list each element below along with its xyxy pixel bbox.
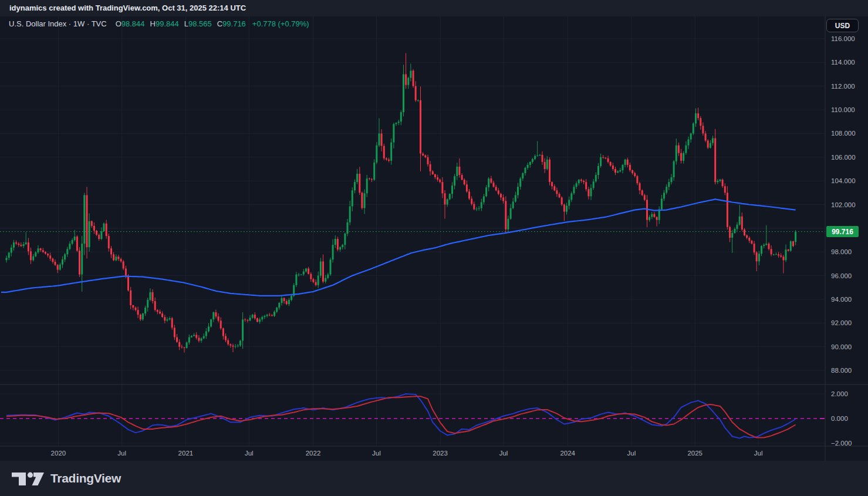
attribution-bar: idynamics created with TradingView.com, … [0,0,868,16]
tradingview-logo-icon [11,469,45,488]
last-price-badge: 99.716 [826,226,859,237]
time-tick: Jul [372,450,381,457]
ohlc-open: O98.844 [116,19,145,28]
price-tick: 106.000 [831,154,856,161]
ohlc-close: C99.716 [217,19,246,28]
price-tick: 90.000 [831,343,852,350]
price-tick: 116.000 [831,35,855,42]
currency-button[interactable]: USD [826,19,859,32]
chart-legend: U.S. Dollar Index · 1W · TVC O98.844 H99… [9,19,309,28]
time-tick: Jul [499,450,508,457]
price-tick: 114.000 [831,59,855,66]
time-tick: 2024 [560,450,575,457]
chart-pane[interactable]: 116.000114.000112.000110.000108.000106.0… [0,0,868,496]
price-tick: 88.000 [831,367,852,374]
price-tick: 94.000 [831,296,852,303]
price-change: +0.778 (+0.79%) [252,19,309,28]
symbol-title[interactable]: U.S. Dollar Index · 1W · TVC [9,19,107,28]
price-tick: 104.000 [831,177,856,184]
time-tick: 2022 [306,450,321,457]
time-tick: Jul [245,450,254,457]
oscillator-tick: 2.000 [831,390,848,397]
time-tick: Jul [117,450,126,457]
ohlc-low: L98.565 [184,19,212,28]
oscillator-tick: 0.000 [831,415,848,422]
time-tick: 2020 [51,450,66,457]
tradingview-logo[interactable]: TradingView [11,469,121,488]
time-tick: 2023 [433,450,448,457]
price-tick: 92.000 [831,319,852,326]
footer-bar: TradingView [0,461,868,496]
candles [6,53,797,353]
price-tick: 102.000 [831,201,856,208]
attribution-text: idynamics created with TradingView.com, … [9,4,246,12]
oscillator-fast-line [6,394,796,438]
time-tick: 2025 [687,450,702,457]
price-tick: 110.000 [831,106,855,113]
time-tick: Jul [627,450,636,457]
price-tick: 96.000 [831,272,852,279]
price-tick: 98.000 [831,248,852,255]
oscillator-tick: −2.000 [831,440,852,447]
time-tick: 2021 [178,450,194,457]
time-axis[interactable]: 2020Jul2021Jul2022Jul2023Jul2024Jul2025J… [51,450,763,457]
price-tick: 112.000 [831,83,855,90]
zero-axis-marker [820,418,825,419]
tradingview-snapshot: idynamics created with TradingView.com, … [0,0,868,496]
ma-line [1,199,796,296]
price-tick: 108.000 [831,130,856,137]
ohlc-high: H99.844 [150,19,179,28]
oscillator-slow-line [6,396,796,437]
time-tick: Jul [754,450,763,457]
tradingview-wordmark: TradingView [50,471,121,485]
